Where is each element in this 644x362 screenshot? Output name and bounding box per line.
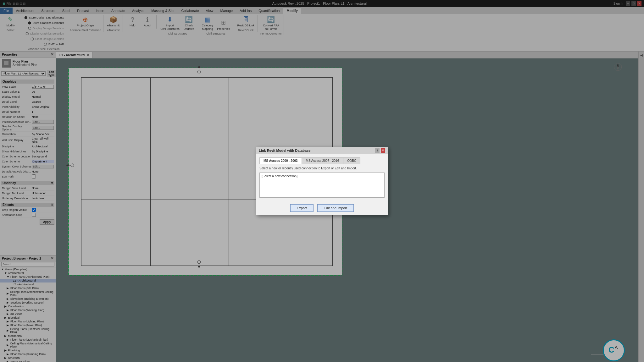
modal-help-btn[interactable]: ? [375, 148, 380, 153]
modal-tab-ms2000[interactable]: MS Access 2000 - 2003 [259, 157, 302, 164]
modal-instruction: Select a new or recently used connection… [259, 167, 385, 170]
modal-overlay[interactable]: Link Revit Model with Database ? ✕ MS Ac… [0, 0, 644, 362]
edit-import-btn[interactable]: Edit and Import [317, 204, 354, 212]
export-btn[interactable]: Export [290, 204, 314, 212]
modal-dialog: Link Revit Model with Database ? ✕ MS Ac… [256, 147, 388, 215]
modal-titlebar: Link Revit Model with Database ? ✕ [256, 147, 388, 154]
modal-listbox[interactable]: [Select a new connection] [259, 173, 385, 198]
listbox-item-new[interactable]: [Select a new connection] [261, 174, 383, 178]
modal-tab-odbc[interactable]: ODBC [343, 157, 360, 164]
modal-footer: Export Edit and Import [256, 201, 388, 215]
modal-tab-ms2007[interactable]: MS Access 2007 - 2016 [302, 157, 343, 164]
modal-title: Link Revit Model with Database [259, 149, 310, 152]
modal-body: MS Access 2000 - 2003 MS Access 2007 - 2… [256, 154, 388, 201]
modal-close-btn[interactable]: ✕ [381, 148, 385, 153]
modal-titlebar-controls: ? ✕ [375, 148, 385, 153]
modal-tabs: MS Access 2000 - 2003 MS Access 2007 - 2… [259, 157, 385, 164]
